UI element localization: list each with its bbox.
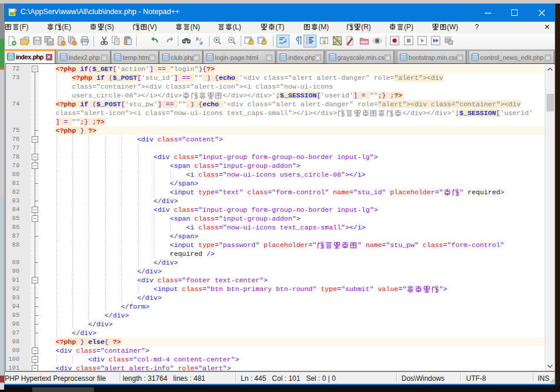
- svg-text:b: b: [196, 36, 199, 42]
